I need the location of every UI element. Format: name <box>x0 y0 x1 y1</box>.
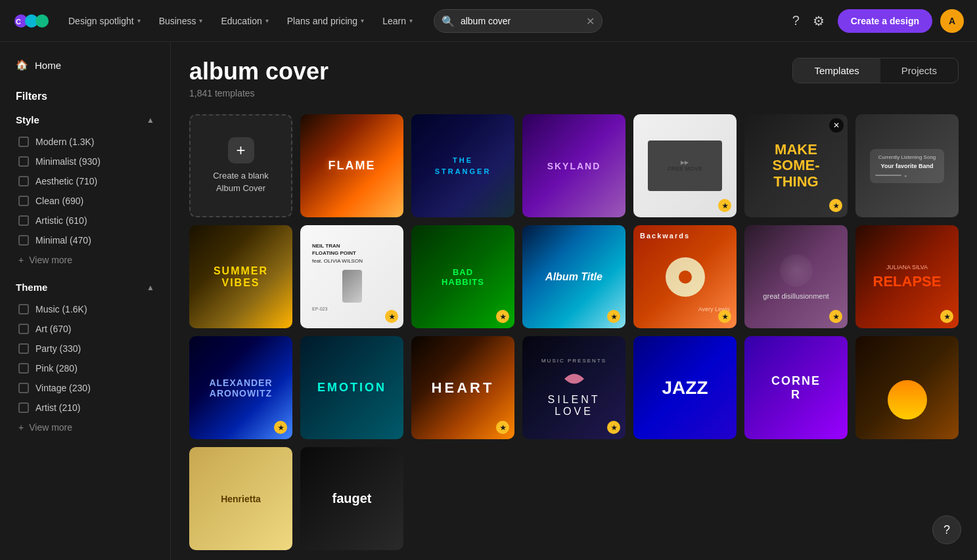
checkbox-clean[interactable] <box>18 196 29 206</box>
page-title: album cover <box>189 58 329 85</box>
filter-artistic[interactable]: Artistic (610) <box>8 211 162 230</box>
filter-artist[interactable]: Artist (210) <box>8 398 162 418</box>
checkbox-art[interactable] <box>18 324 29 334</box>
svg-text:C: C <box>16 18 21 26</box>
plus-icon: + <box>18 422 24 433</box>
filter-pink[interactable]: Pink (280) <box>8 358 162 378</box>
create-blank-card[interactable]: + Create a blankAlbum Cover <box>189 114 292 217</box>
settings-icon-btn[interactable]: ⚙ <box>807 8 830 34</box>
sidebar: 🏠 Home Filters Style ▲ Modern (1.3K) Min… <box>0 42 171 560</box>
checkbox-vintage[interactable] <box>18 383 29 393</box>
search-bar: 🔍 ✕ <box>434 9 602 33</box>
filter-minimal[interactable]: Minimal (470) <box>8 230 162 250</box>
avatar[interactable]: A <box>940 9 964 33</box>
template-card-fauget[interactable]: fauget <box>300 447 403 550</box>
template-card-summer[interactable]: SUMMERVIBES <box>189 225 292 328</box>
help-icon-btn[interactable]: ? <box>787 8 805 33</box>
template-card-henrietta[interactable]: Henrietta <box>189 447 292 550</box>
design-spotlight-menu[interactable]: Design spotlight ▾ <box>60 11 148 32</box>
template-count: 1,841 templates <box>189 88 329 98</box>
filter-modern[interactable]: Modern (1.3K) <box>8 132 162 152</box>
chevron-down-icon: ▾ <box>199 17 202 24</box>
filter-style-toggle[interactable]: Style ▲ <box>8 108 162 132</box>
chevron-down-icon: ▾ <box>361 17 364 24</box>
style-view-more[interactable]: + View more <box>8 250 162 270</box>
template-card-makesomething[interactable]: MAKESOME-THING ✕ ★ <box>744 114 848 217</box>
create-design-button[interactable]: Create a design <box>838 9 932 33</box>
template-card-sunset[interactable] <box>855 336 959 439</box>
template-card-skyland[interactable]: SKYLAND <box>522 114 625 217</box>
template-card-freemove[interactable]: ▶▶FREE MOVE ★ <box>633 114 737 217</box>
tab-projects[interactable]: Projects <box>880 58 958 83</box>
chevron-down-icon: ▾ <box>409 17 413 24</box>
template-card-listening[interactable]: Currently Listening Song Your favorite B… <box>855 114 959 217</box>
filter-clean[interactable]: Clean (690) <box>8 191 162 211</box>
checkbox-music[interactable] <box>18 304 29 314</box>
template-card-emotion[interactable]: EMOTION <box>300 336 403 439</box>
template-card-silentlove[interactable]: MUSIC PRESENTS SILENT LOVE ★ <box>522 336 625 439</box>
template-card-alexander[interactable]: ALEXANDERARONOWITZ ★ <box>189 336 292 439</box>
svg-point-2 <box>35 14 49 28</box>
template-card-corner[interactable]: CORNER <box>744 336 848 439</box>
filter-minimalist[interactable]: Minimalist (930) <box>8 152 162 171</box>
template-card-neil[interactable]: NEIL TRANFLOATING POINTfeat. OLIVIA WILS… <box>300 225 403 328</box>
learn-menu[interactable]: Learn ▾ <box>375 11 420 32</box>
checkbox-party[interactable] <box>18 343 29 354</box>
home-icon: 🏠 <box>16 59 28 71</box>
content-header: album cover 1,841 templates Templates Pr… <box>189 58 959 98</box>
search-clear-icon[interactable]: ✕ <box>586 14 595 27</box>
business-menu[interactable]: Business ▾ <box>151 11 211 32</box>
plans-pricing-menu[interactable]: Plans and pricing ▾ <box>279 11 372 32</box>
create-blank-label: Create a blankAlbum Cover <box>213 170 269 194</box>
template-card-badhabbits[interactable]: BADHABBITS ★ <box>411 225 514 328</box>
search-icon: 🔍 <box>442 14 455 27</box>
canva-logo[interactable]: C <box>13 9 50 33</box>
template-grid: + Create a blankAlbum Cover FLAME THESTR… <box>189 114 959 550</box>
filters-heading: Filters <box>8 85 162 108</box>
filter-theme-toggle[interactable]: Theme ▲ <box>8 275 162 299</box>
template-card-relapse[interactable]: JULIANA SILVA RELAPSE ★ <box>855 225 959 328</box>
filter-art[interactable]: Art (670) <box>8 319 162 339</box>
template-card-albumtitle[interactable]: Album Title ★ <box>522 225 625 328</box>
sidebar-item-home[interactable]: 🏠 Home <box>8 53 162 77</box>
page-title-wrap: album cover 1,841 templates <box>189 58 329 98</box>
education-menu[interactable]: Education ▾ <box>213 11 276 32</box>
checkbox-artistic[interactable] <box>18 215 29 226</box>
template-card-stranger[interactable]: THESTRANGER <box>411 114 514 217</box>
checkbox-modern[interactable] <box>18 137 29 147</box>
checkbox-aesthetic[interactable] <box>18 176 29 186</box>
chevron-down-icon: ▾ <box>265 17 269 24</box>
template-card-disillusionment[interactable]: great disillusionment ★ <box>744 225 848 328</box>
chevron-up-icon: ▲ <box>147 116 154 125</box>
search-input[interactable] <box>434 9 602 33</box>
create-plus-icon: + <box>228 137 254 163</box>
template-card-flame[interactable]: FLAME <box>300 114 403 217</box>
filter-music[interactable]: Music (1.6K) <box>8 299 162 319</box>
help-button[interactable]: ? <box>932 515 961 544</box>
plus-icon: + <box>18 255 24 265</box>
template-card-jazz[interactable]: JAZZ <box>633 336 737 439</box>
template-card-backwards[interactable]: Backwards Avery Lewis ★ <box>633 225 737 328</box>
checkbox-pink[interactable] <box>18 363 29 374</box>
content-area: album cover 1,841 templates Templates Pr… <box>171 42 977 560</box>
checkbox-artist[interactable] <box>18 402 29 413</box>
checkbox-minimal[interactable] <box>18 235 29 246</box>
chevron-down-icon: ▾ <box>137 17 141 24</box>
template-card-heart[interactable]: HEART ★ <box>411 336 514 439</box>
filter-section-style: Style ▲ Modern (1.3K) Minimalist (930) A… <box>8 108 162 270</box>
main-layout: 🏠 Home Filters Style ▲ Modern (1.3K) Min… <box>0 42 977 560</box>
tab-templates[interactable]: Templates <box>793 58 880 83</box>
filter-aesthetic[interactable]: Aesthetic (710) <box>8 171 162 191</box>
top-nav: C Design spotlight ▾ Business ▾ Educatio… <box>0 0 977 42</box>
tabs-wrap: Templates Projects <box>792 58 959 83</box>
checkbox-minimalist[interactable] <box>18 156 29 167</box>
filter-party[interactable]: Party (330) <box>8 339 162 358</box>
theme-view-more[interactable]: + View more <box>8 418 162 437</box>
filter-vintage[interactable]: Vintage (230) <box>8 378 162 398</box>
chevron-up-icon: ▲ <box>147 283 154 292</box>
filter-section-theme: Theme ▲ Music (1.6K) Art (670) Party (33… <box>8 275 162 437</box>
